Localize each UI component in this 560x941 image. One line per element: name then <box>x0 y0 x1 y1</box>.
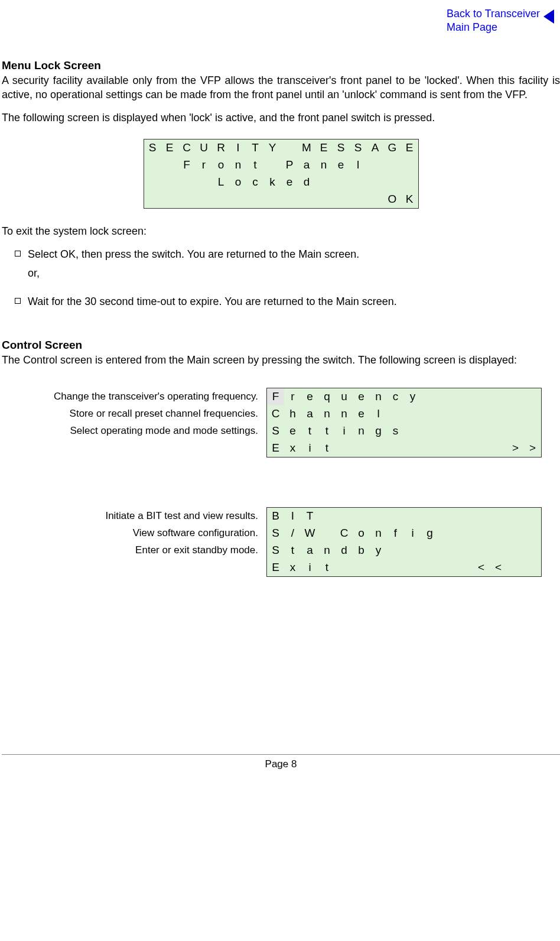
lcd-cell <box>367 174 384 191</box>
lcd-cell: S <box>333 139 350 157</box>
lcd-cell <box>438 440 455 457</box>
lcd-cell <box>387 559 404 576</box>
lcd-cell: o <box>213 157 230 174</box>
lcd-cell <box>367 191 384 208</box>
lcd-cell <box>438 559 455 576</box>
lcd-cell <box>455 423 473 440</box>
menuB-desc-0: Initiate a BIT test and view results. <box>2 507 258 524</box>
lcd-cell <box>524 525 541 542</box>
lcd-cell <box>455 388 473 405</box>
lcd-cell <box>213 191 230 208</box>
lcd-cell <box>490 542 507 559</box>
lcd-cell: F <box>178 157 196 174</box>
lcd-cell: P <box>281 157 298 174</box>
lcd-cell <box>404 508 421 525</box>
lcd-cell: n <box>230 157 247 174</box>
lcd-cell <box>401 174 418 191</box>
lcd-row: BIT <box>267 508 541 525</box>
lcd-cell <box>421 440 438 457</box>
lcd-row: Standby <box>267 542 541 559</box>
lcd-cell <box>438 525 455 542</box>
menuA-desc-2: Select operating mode and mode settings. <box>2 422 258 439</box>
lcd-cell: t <box>318 440 336 457</box>
back-arrow-icon <box>543 9 554 24</box>
lcd-cell: h <box>284 405 301 423</box>
lcd-cell: E <box>401 139 418 157</box>
lcd-cell: n <box>370 525 387 542</box>
lcd-cell <box>421 542 438 559</box>
lcd-cell <box>490 440 507 457</box>
lcd-cell <box>144 157 161 174</box>
lcd-cell <box>264 157 281 174</box>
lcd-cell <box>524 423 541 440</box>
lcd-cell <box>387 508 404 525</box>
lcd-row: Channel <box>267 405 541 423</box>
lcd-cell <box>421 405 438 423</box>
lcd-row: FrontPanel <box>144 157 418 174</box>
lcd-cell: O <box>384 191 401 208</box>
lcd-cell <box>507 559 524 576</box>
page-footer: Page 8 <box>2 754 560 782</box>
control-lcd-b: BITS/WConfigStandbyExit<< <box>266 507 542 577</box>
lcd-cell: E <box>267 440 284 457</box>
lcd-row: S/WConfig <box>267 525 541 542</box>
menuB-desc-2: Enter or exit standby mode. <box>2 541 258 559</box>
lcd-cell: a <box>301 542 318 559</box>
lcd-cell: f <box>387 525 404 542</box>
lcd-cell <box>350 191 367 208</box>
lcd-cell <box>178 174 196 191</box>
lcd-cell <box>247 191 264 208</box>
menuB-desc-1: View software configuration. <box>2 524 258 541</box>
lcd-cell <box>264 191 281 208</box>
lcd-cell <box>490 388 507 405</box>
lcd-cell: G <box>384 139 401 157</box>
lcd-cell: a <box>298 157 315 174</box>
lcd-cell <box>490 508 507 525</box>
lcd-cell: y <box>404 388 421 405</box>
lcd-cell <box>473 440 490 457</box>
lcd-cell: I <box>284 508 301 525</box>
lcd-cell <box>507 525 524 542</box>
security-lcd: SECURITYMESSAGEFrontPanelLockedOK <box>144 139 419 209</box>
lcd-cell <box>298 191 315 208</box>
lcd-cell <box>315 191 333 208</box>
lcd-cell <box>438 405 455 423</box>
lcd-cell: s <box>387 423 404 440</box>
lcd-cell: g <box>421 525 438 542</box>
lcd-cell <box>404 542 421 559</box>
lcd-cell <box>507 405 524 423</box>
lcd-cell <box>336 559 353 576</box>
lcd-cell: e <box>353 405 370 423</box>
lcd-cell <box>318 525 336 542</box>
lcd-cell <box>404 405 421 423</box>
lcd-cell: c <box>387 388 404 405</box>
lcd-cell: l <box>350 157 367 174</box>
lcd-cell <box>455 559 473 576</box>
lcd-cell: R <box>213 139 230 157</box>
lcd-cell: / <box>284 525 301 542</box>
lcd-cell: L <box>213 174 230 191</box>
lcd-cell <box>404 423 421 440</box>
control-menu-b: Initiate a BIT test and view results. Vi… <box>2 507 560 577</box>
lcd-cell: t <box>284 542 301 559</box>
lcd-cell: n <box>318 405 336 423</box>
lcd-cell: i <box>404 525 421 542</box>
lcd-cell: q <box>318 388 336 405</box>
lcd-cell <box>473 525 490 542</box>
lcd-cell: e <box>353 388 370 405</box>
lcd-cell: e <box>284 423 301 440</box>
lcd-cell <box>178 191 196 208</box>
lcd-cell <box>473 423 490 440</box>
lcd-cell: S <box>267 542 284 559</box>
back-to-main-link[interactable]: Back to Transceiver Main Page <box>447 7 554 35</box>
lcd-cell <box>144 191 161 208</box>
lcd-cell <box>473 405 490 423</box>
exit-bullet-1: Select OK, then press the switch. You ar… <box>28 246 560 281</box>
lcd-cell: > <box>507 440 524 457</box>
lcd-cell: I <box>230 139 247 157</box>
lcd-cell <box>370 440 387 457</box>
lcd-row: Exit>> <box>267 440 541 457</box>
lcd-cell: n <box>315 157 333 174</box>
menu-lock-p1: A security facility available only from … <box>2 73 560 102</box>
lcd-cell <box>421 423 438 440</box>
